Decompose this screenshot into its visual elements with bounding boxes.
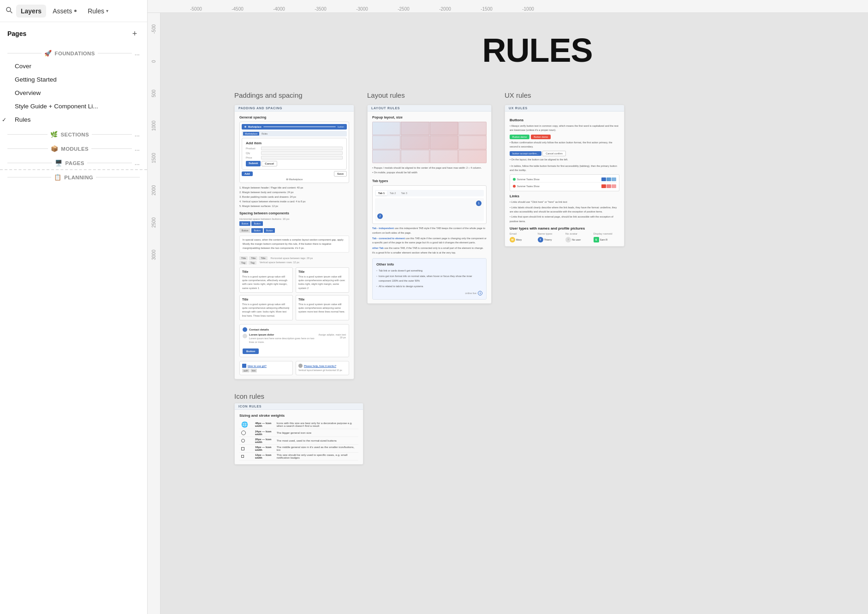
canvas[interactable]: RULES Paddings and spacing Layout rules … (161, 13, 868, 614)
planning-emoji: 📋 (54, 174, 61, 181)
table-name-1: Summer Tastes Show (517, 178, 600, 181)
lorem-text: Lorem ipsum text here some description g… (249, 337, 316, 344)
avatar-2: T (538, 237, 543, 242)
grid-cell (458, 136, 487, 149)
cancel-btn[interactable]: Cancel (262, 161, 277, 166)
btn-group-2: Button Button Button (239, 228, 349, 233)
btn-group-1: Button Button (239, 221, 349, 226)
grid-cell (372, 122, 400, 135)
page-item-overview[interactable]: Overview (0, 86, 147, 100)
price-input (261, 156, 343, 159)
user-col-1-header: Email (510, 232, 536, 235)
lorem-row: Lorem ipsum dolor Lorem ipsum text here … (243, 333, 346, 344)
search-icon[interactable] (6, 6, 12, 15)
more-spacing-info: In special cases, when the content needs… (239, 236, 349, 252)
tab-item-1[interactable]: Tab 1 (376, 191, 387, 195)
help-icon (298, 364, 303, 368)
ruler-mark: -2500 (383, 6, 424, 12)
assets-tab-label: Assets (53, 7, 72, 15)
popup-grid (372, 122, 487, 163)
rules-tab[interactable]: Rules ▾ (83, 5, 113, 18)
tab-item-2[interactable]: Tab 2 (387, 191, 398, 195)
green-btn-demo: Button demo (510, 135, 529, 139)
lorem-title: Lorem ipsum dolor (249, 333, 316, 336)
sidebar: Layers Assets Rules ▾ Pages + 🚀 FOUNDATI… (0, 0, 148, 614)
ruler-mark: -1500 (466, 6, 507, 12)
ruler-v-mark: 1000 (148, 110, 161, 142)
demo-btn-1: Button (239, 221, 250, 226)
submit-btn[interactable]: Submit (246, 161, 261, 166)
card-blocks-2: Title This is a good system group value … (239, 295, 349, 320)
page-item-getting-started[interactable]: Getting Started (0, 73, 147, 86)
icon-size-table: 🌐 48px — Icon width Icons with this size… (239, 420, 358, 460)
tab-content-area: 1 2 (375, 198, 484, 221)
card-text-1: This is a good system group value still … (242, 275, 290, 290)
ux-frame: UX RULES Buttons • Always verify button-… (505, 105, 624, 247)
save-btn[interactable]: Save (334, 171, 347, 177)
btn-demo-row-2: button accept confirm... Cancel confirm (510, 151, 619, 156)
git-link[interactable]: How to use git? (248, 365, 267, 367)
spacing-demo-label: Horizontal space between buttons: 16 px (239, 218, 349, 220)
ruler-mark: -1000 (507, 6, 549, 12)
ruler-mark: -2000 (424, 6, 466, 12)
icon-row-16: 16px — Icon width The middle general siz… (239, 445, 358, 453)
cover-page-label: Cover (15, 63, 31, 70)
style-guide-label: Style Guide + Component Li... (15, 103, 98, 110)
general-spacing-title: General spacing (239, 115, 349, 119)
grid-cell (401, 150, 429, 163)
git-how: How to use git? auth hint (239, 361, 293, 375)
card-block-2: Title This is a good system ipsum value … (296, 267, 349, 293)
icon-size-12: 12px — Icon width (253, 453, 275, 460)
demo-btn-5: Button (264, 228, 275, 233)
card-title-3: Title (242, 298, 290, 301)
icon-square-16 (239, 445, 253, 453)
tab-descriptions: Tab - independent use this independent T… (372, 226, 487, 255)
planning-section: 📋 PLANNING (0, 169, 147, 183)
git-icon (242, 364, 246, 368)
help-link[interactable]: Please help, how it works? (304, 365, 336, 367)
user-col-2-header: Name typex (538, 232, 564, 235)
help-meta: Vertical layout between git horizontal 1… (298, 369, 346, 372)
divider-line-right (98, 53, 132, 53)
action-icon-3 (612, 177, 616, 181)
layout-frame: LAYOUT RULES Popup layout, size (367, 105, 492, 304)
red-btn-demo: Button demo (531, 135, 551, 139)
other-info-text-2: Icons get icon format info on normal sta… (379, 274, 482, 283)
add-item-panel: Add item Product Qty Pr (242, 138, 347, 170)
modules-section: 📦 MODULES ... (0, 141, 147, 155)
sections-section: 🌿 SECTIONS ... (0, 126, 147, 141)
card-text-2: This is a good system ipsum value still … (298, 275, 346, 290)
user-grid: Email Name typex No avatar Display namei… (510, 232, 619, 242)
git-btn-1: auth (242, 369, 250, 372)
divider-line-right (91, 148, 132, 149)
info-icon: ℹ (478, 291, 482, 295)
add-page-button[interactable]: + (130, 29, 140, 39)
mini-tabs: Marketplace Rules (242, 131, 347, 136)
grid-cell (458, 150, 487, 163)
demo-btn-4: Button (251, 228, 262, 233)
popup-layout-title: Popup layout, size (372, 115, 487, 119)
page-item-cover[interactable]: Cover (0, 59, 147, 73)
divider-line-right (92, 134, 132, 135)
tab-item-3[interactable]: Tab 3 (398, 191, 409, 195)
other-info-title: Other info (376, 262, 482, 266)
product-input (261, 147, 343, 150)
canvas-inner: RULES Paddings and spacing Layout rules … (161, 13, 868, 483)
table-row-2: Summer Tastes Show (512, 183, 617, 189)
action-icon-5 (606, 184, 611, 188)
assets-tab[interactable]: Assets (48, 5, 81, 18)
card-title-4: Title (298, 298, 346, 301)
layers-tab[interactable]: Layers (16, 5, 46, 18)
button-rule-2: • Button confirmation should only follow… (510, 141, 619, 149)
add-btn[interactable]: Add (242, 171, 253, 176)
qty-input (261, 151, 343, 155)
action-btn[interactable]: Button (243, 348, 259, 354)
layout-section-title: LAYOUT RULES (368, 105, 491, 112)
other-info-content: • Tab link or cards doesn't get somethin… (376, 269, 482, 289)
page-item-rules[interactable]: ✓ Rules (0, 113, 147, 126)
page-item-style-guide[interactable]: Style Guide + Component Li... (0, 100, 147, 113)
other-info-text-1: Tab link or cards doesn't get something (379, 269, 422, 273)
icon-desc-24: The bigger general icon size (275, 429, 358, 437)
table-actions-2 (601, 184, 616, 188)
form-row: Qty (246, 151, 343, 155)
